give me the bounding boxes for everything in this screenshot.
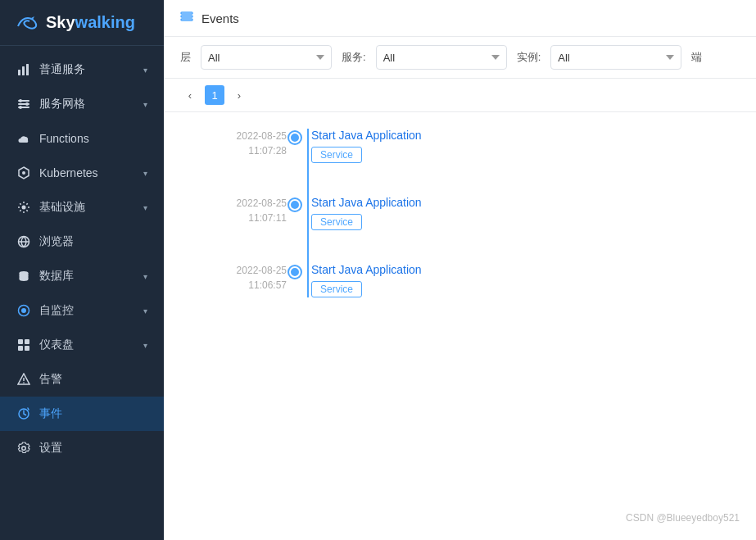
sidebar-item-label: 仪表盘: [39, 338, 135, 352]
main-content: Events 层 All 服务: All 实例: All 端 ‹ 1 › 202…: [164, 0, 756, 540]
svg-rect-2: [26, 64, 29, 75]
sidebar-item-label: 数据库: [39, 269, 135, 284]
events-header-icon: [180, 10, 193, 26]
event-timestamp: 2022-08-25 11:07:28: [197, 129, 287, 158]
chevron-down-icon: ▾: [143, 169, 147, 178]
sidebar-item-label: 事件: [39, 406, 147, 421]
prev-page-button[interactable]: ‹: [180, 85, 200, 105]
event-timestamp: 2022-08-25 11:07:11: [197, 196, 287, 225]
filter-bar: 层 All 服务: All 实例: All 端: [164, 37, 756, 79]
browser-icon: [16, 234, 31, 249]
sidebar-item-label: 自监控: [39, 303, 135, 318]
page-title: Events: [201, 11, 239, 25]
sidebar-item-label: 浏览器: [39, 234, 147, 249]
chevron-down-icon: ▾: [143, 100, 147, 109]
event-tag[interactable]: Service: [311, 281, 362, 297]
events-container: 2022-08-25 11:07:28 Start Java Applicati…: [164, 112, 756, 540]
sidebar-item-infra[interactable]: 基础设施 ▾: [0, 190, 164, 225]
timeline-dot: [289, 266, 301, 278]
event-title: Start Java Application: [311, 129, 422, 142]
sidebar-item-self-monitor[interactable]: 自监控 ▾: [0, 293, 164, 328]
sidebar: Skywalking 普通服务 ▾: [0, 0, 164, 540]
svg-point-15: [21, 308, 26, 313]
alert-icon: [16, 372, 31, 387]
event-content: Start Java Application Service: [295, 129, 422, 163]
sidebar-item-browser[interactable]: 浏览器: [0, 225, 164, 259]
svg-point-6: [19, 99, 22, 102]
svg-point-8: [19, 106, 22, 109]
svg-rect-17: [25, 339, 29, 344]
logo-text: Skywalking: [46, 13, 135, 32]
event-timestamp: 2022-08-25 11:06:57: [197, 263, 287, 293]
dashboard-icon: [16, 338, 31, 352]
chevron-down-icon: ▾: [143, 272, 147, 281]
sidebar-item-normal-service[interactable]: 普通服务 ▾: [0, 52, 164, 87]
svg-rect-22: [181, 12, 192, 14]
event-tag[interactable]: Service: [311, 214, 362, 230]
event-content: Start Java Application Service: [295, 263, 422, 297]
svg-rect-18: [18, 346, 23, 351]
timeline-event: 2022-08-25 11:06:57 Start Java Applicati…: [295, 263, 723, 297]
timeline-event: 2022-08-25 11:07:11 Start Java Applicati…: [295, 196, 723, 230]
network-icon: [16, 97, 31, 111]
svg-rect-1: [22, 66, 25, 75]
logo-icon: [16, 15, 39, 31]
service-filter-select[interactable]: All: [376, 45, 507, 70]
svg-point-7: [25, 102, 29, 106]
bar-chart-icon: [16, 62, 31, 77]
page-header: Events: [164, 0, 756, 37]
sidebar-item-label: Kubernetes: [39, 166, 135, 179]
chevron-down-icon: ▾: [143, 66, 147, 75]
sidebar-item-service-mesh[interactable]: 服务网格 ▾: [0, 87, 164, 121]
svg-rect-23: [181, 16, 192, 17]
sidebar-item-settings[interactable]: 设置: [0, 431, 164, 465]
sidebar-item-events[interactable]: 事件: [0, 397, 164, 431]
event-tag[interactable]: Service: [311, 147, 362, 163]
event-title: Start Java Application: [311, 263, 422, 276]
kubernetes-icon: [16, 166, 31, 180]
sidebar-item-label: 服务网格: [39, 97, 135, 111]
service-filter-label: 服务:: [342, 50, 366, 65]
svg-rect-16: [18, 339, 23, 344]
svg-point-10: [22, 171, 25, 175]
event-title: Start Java Application: [311, 196, 422, 209]
event-content: Start Java Application Service: [295, 196, 422, 230]
svg-point-11: [22, 206, 26, 210]
logo-area: Skywalking: [0, 0, 164, 46]
next-page-button[interactable]: ›: [229, 85, 249, 105]
svg-rect-24: [181, 19, 192, 20]
sidebar-item-kubernetes[interactable]: Kubernetes ▾: [0, 156, 164, 190]
settings-icon: [16, 441, 31, 456]
sidebar-item-label: 设置: [39, 441, 147, 456]
sidebar-item-label: 普通服务: [39, 62, 135, 77]
watermark: CSDN @Blueeyedboy521: [626, 512, 740, 524]
cloud-icon: [16, 131, 31, 146]
sidebar-item-label: 基础设施: [39, 200, 135, 215]
sidebar-item-functions[interactable]: Functions: [0, 121, 164, 156]
events-timeline: 2022-08-25 11:07:28 Start Java Applicati…: [197, 129, 723, 297]
sidebar-item-label: 告警: [39, 372, 147, 387]
infra-icon: [16, 200, 31, 215]
sidebar-item-database[interactable]: 数据库 ▾: [0, 259, 164, 293]
instance-filter-label: 实例:: [517, 50, 541, 65]
timeline-event: 2022-08-25 11:07:28 Start Java Applicati…: [295, 129, 723, 163]
instance-filter-select[interactable]: All: [550, 45, 681, 70]
sidebar-item-dashboard[interactable]: 仪表盘 ▾: [0, 328, 164, 362]
pagination-bar: ‹ 1 ›: [164, 79, 756, 112]
layer-filter-select[interactable]: All: [201, 45, 332, 70]
database-icon: [16, 269, 31, 284]
extra-filter-label: 端: [691, 50, 702, 65]
svg-rect-20: [23, 378, 25, 381]
sidebar-item-label: Functions: [39, 132, 147, 145]
sidebar-menu: 普通服务 ▾ 服务网格 ▾: [0, 46, 164, 540]
timeline-dot: [289, 132, 301, 143]
event-icon: [16, 406, 31, 421]
svg-rect-0: [18, 70, 20, 75]
chevron-down-icon: ▾: [143, 306, 147, 315]
monitor-icon: [16, 303, 31, 318]
current-page: 1: [205, 85, 224, 105]
sidebar-item-alert[interactable]: 告警: [0, 362, 164, 397]
timeline-dot: [289, 199, 301, 211]
chevron-down-icon: ▾: [143, 203, 147, 212]
svg-rect-19: [25, 346, 29, 351]
